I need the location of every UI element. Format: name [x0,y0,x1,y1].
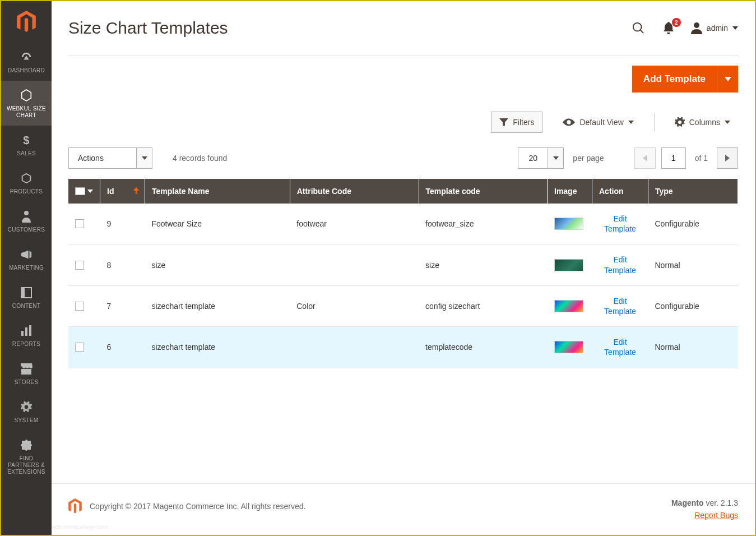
grid-body: 9 Footwear Size footwear footwear_size E… [68,204,738,368]
svg-rect-6 [29,325,31,336]
mass-actions-select[interactable]: Actions [68,147,152,169]
cell-id: 8 [100,244,145,285]
nav-label: REPORTS [12,341,40,348]
magento-logo-small [68,498,82,514]
prev-page-button[interactable] [634,147,656,169]
nav-products[interactable]: PRODUCTS [1,164,52,202]
chevron-down-icon [732,25,738,31]
nav-label: FIND PARTNERS & EXTENSIONS [3,455,49,475]
nav-system[interactable]: SYSTEM [1,392,52,431]
page-size-value: 20 [518,147,548,169]
svg-rect-5 [25,327,27,336]
next-page-button[interactable] [717,147,738,169]
cell-id: 7 [100,285,145,326]
col-select[interactable] [68,179,100,204]
table-row[interactable]: 8 size size Edit Template Normal [68,244,738,285]
pagination: 20 per page of 1 [518,147,738,169]
cell-name: size [145,244,290,285]
thumbnail-image [554,341,583,353]
columns-label: Columns [689,118,720,127]
notifications-button[interactable]: 2 [661,20,676,36]
copyright-text: Copyright © 2017 Magento Commerce Inc. A… [90,502,305,511]
main-content: Size Chart Templates 2 admin Ad [52,1,755,483]
gear-icon [21,400,32,414]
page-input[interactable] [661,147,686,169]
col-attribute-code[interactable]: Attribute Code [290,179,419,204]
nav-reports[interactable]: REPORTS [1,316,52,354]
nav-marketing[interactable]: MARKETING [1,240,52,278]
chevron-left-icon [643,155,647,161]
edit-template-link[interactable]: Edit Template [599,214,642,234]
nav-sales[interactable]: $ SALES [1,126,52,164]
version-text: ver. 2.1.3 [704,498,738,507]
nav-label: CONTENT [12,303,40,309]
col-action[interactable]: Action [592,179,648,204]
eye-icon [563,118,575,126]
thumbnail-image [554,259,583,271]
row-checkbox[interactable] [75,302,84,311]
nav-stores[interactable]: STORES [1,354,52,392]
page-header: Size Chart Templates 2 admin [68,1,738,55]
cell-type: Normal [648,244,738,285]
page-of-label: of 1 [692,154,711,163]
filters-button[interactable]: Filters [491,112,542,133]
row-checkbox[interactable] [75,343,84,352]
nav-customers[interactable]: CUSTOMERS [1,202,52,240]
dashboard-icon [20,50,33,64]
user-label: admin [707,24,728,33]
row-checkbox[interactable] [75,261,84,270]
add-template-button[interactable]: Add Template [632,66,717,93]
add-template-dropdown[interactable] [717,66,738,93]
nav-label: SALES [17,150,36,157]
cell-code: footwear_size [419,204,547,244]
nav-label: DASHBOARD [8,67,45,74]
search-icon [632,22,644,34]
cell-name: sizechart template [145,327,290,368]
nav-webkul-size-chart[interactable]: WEBKUL SIZE CHART [1,81,52,126]
chevron-down-icon [725,119,730,125]
edit-template-link[interactable]: Edit Template [599,337,642,357]
cell-id: 6 [100,327,145,368]
col-template-code[interactable]: Template code [419,179,547,204]
col-template-name[interactable]: Template Name [145,179,290,204]
row-checkbox[interactable] [75,219,84,228]
thumbnail-image [554,300,583,312]
table-row[interactable]: 9 Footwear Size footwear footwear_size E… [68,204,738,244]
edit-template-link[interactable]: Edit Template [599,255,642,275]
magento-logo[interactable] [1,1,52,43]
nav-label: WEBKUL SIZE CHART [3,105,49,119]
product-name: Magento [671,498,704,507]
nav-content[interactable]: CONTENT [1,278,52,316]
columns-button[interactable]: Columns [667,112,738,133]
thumbnail-image [554,218,583,230]
puzzle-icon [21,438,32,452]
table-row[interactable]: 7 sizechart template Color config sizech… [68,285,738,326]
user-menu[interactable]: admin [691,22,738,34]
page-size-select[interactable]: 20 [518,147,564,169]
cell-id: 9 [100,204,145,244]
report-bugs-link[interactable]: Report Bugs [694,511,738,520]
header-actions: 2 admin [630,20,738,36]
templates-grid: Id Template Name Attribute Code Template… [68,179,738,368]
nav-label: PRODUCTS [10,188,43,195]
default-view-button[interactable]: Default View [555,112,641,133]
search-button[interactable] [630,20,646,36]
nav-find-partners[interactable]: FIND PARTNERS & EXTENSIONS [1,431,52,482]
user-icon [691,22,702,34]
col-id[interactable]: Id [100,179,145,204]
cell-attr: Color [290,285,419,326]
select-all-checkbox[interactable] [75,187,93,195]
cell-attr: footwear [290,204,419,244]
page-actions: Add Template [68,56,738,112]
col-type[interactable]: Type [648,179,738,204]
add-template-split-button: Add Template [632,66,738,93]
chevron-down-icon [628,119,634,125]
svg-point-1 [24,211,29,215]
nav-dashboard[interactable]: DASHBOARD [1,43,52,81]
col-image[interactable]: Image [548,179,592,204]
cell-name: Footwear Size [145,204,290,244]
mass-actions-label: Actions [69,148,136,168]
edit-template-link[interactable]: Edit Template [599,296,642,316]
cube-icon [20,172,33,185]
table-row[interactable]: 6 sizechart template templatecode Edit T… [68,327,738,368]
